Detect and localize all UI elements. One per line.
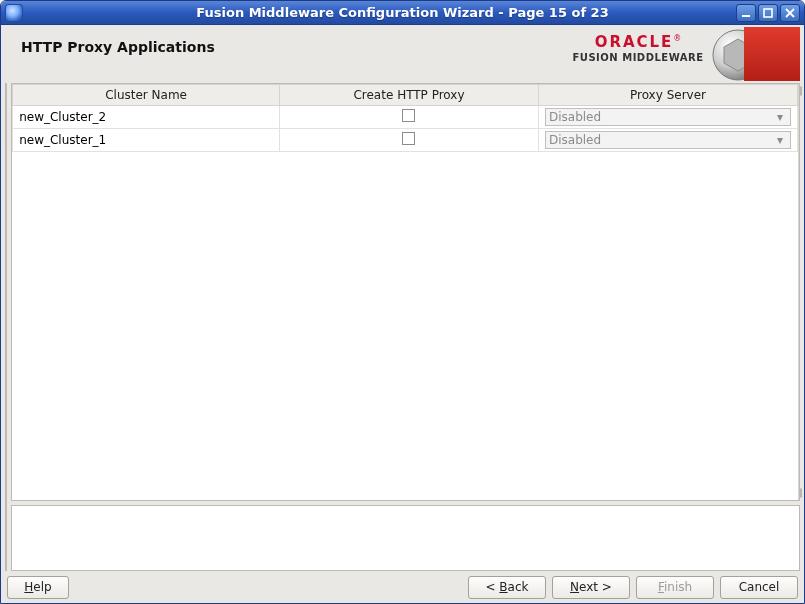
proxy-server-dropdown: Disabled▾: [545, 131, 791, 149]
create-proxy-checkbox[interactable]: [402, 109, 415, 122]
wizard-footer: Help < Back Next > Finish Cancel: [1, 575, 804, 603]
chevron-down-icon: ▾: [773, 133, 787, 147]
app-icon: [5, 4, 23, 22]
page-title: HTTP Proxy Applications: [5, 27, 215, 79]
cell-cluster-name[interactable]: new_Cluster_1: [13, 129, 280, 152]
cell-create-proxy[interactable]: [280, 129, 539, 152]
cell-cluster-name[interactable]: new_Cluster_2: [13, 106, 280, 129]
create-proxy-checkbox[interactable]: [402, 132, 415, 145]
wizard-step-sidebar: Create DomainTemplatesApplication Locati…: [5, 83, 7, 571]
brand-logo-text: ORACLE: [595, 33, 674, 51]
minimize-button[interactable]: [736, 4, 756, 22]
window-controls: [736, 4, 800, 22]
proxy-server-value: Disabled: [549, 133, 601, 147]
wizard-window: Fusion Middleware Configuration Wizard -…: [0, 0, 805, 604]
brand-red-accent: [744, 27, 800, 81]
cell-create-proxy[interactable]: [280, 106, 539, 129]
registered-icon: ®: [673, 34, 681, 43]
col-header-proxy-server[interactable]: Proxy Server: [538, 85, 797, 106]
window-title: Fusion Middleware Configuration Wizard -…: [196, 5, 608, 20]
cancel-button[interactable]: Cancel: [720, 576, 798, 599]
header-row: HTTP Proxy Applications ORACLE® FUSION M…: [1, 25, 804, 79]
proxy-server-dropdown: Disabled▾: [545, 108, 791, 126]
table-row[interactable]: new_Cluster_2Disabled▾: [13, 106, 798, 129]
brand-block: ORACLE® FUSION MIDDLEWARE: [568, 27, 800, 81]
brand-subtitle: FUSION MIDDLEWARE: [568, 52, 708, 63]
message-pane: [11, 505, 800, 571]
back-button[interactable]: < Back: [468, 576, 546, 599]
proxy-server-value: Disabled: [549, 110, 601, 124]
table-row[interactable]: new_Cluster_1Disabled▾: [13, 129, 798, 152]
maximize-button[interactable]: [758, 4, 778, 22]
cluster-proxy-table: Cluster Name Create HTTP Proxy Proxy Ser…: [12, 84, 798, 152]
help-button[interactable]: Help: [7, 576, 69, 599]
finish-button: Finish: [636, 576, 714, 599]
svg-rect-0: [742, 15, 750, 17]
title-bar: Fusion Middleware Configuration Wizard -…: [1, 1, 804, 25]
chevron-down-icon: ▾: [773, 110, 787, 124]
cell-proxy-server: Disabled▾: [538, 106, 797, 129]
col-header-create-proxy[interactable]: Create HTTP Proxy: [280, 85, 539, 106]
svg-rect-1: [764, 9, 772, 17]
next-button[interactable]: Next >: [552, 576, 630, 599]
cluster-proxy-table-pane: Cluster Name Create HTTP Proxy Proxy Ser…: [11, 83, 800, 501]
col-header-cluster-name[interactable]: Cluster Name: [13, 85, 280, 106]
cell-proxy-server: Disabled▾: [538, 129, 797, 152]
close-button[interactable]: [780, 4, 800, 22]
vertical-scrollbar[interactable]: [798, 84, 799, 500]
